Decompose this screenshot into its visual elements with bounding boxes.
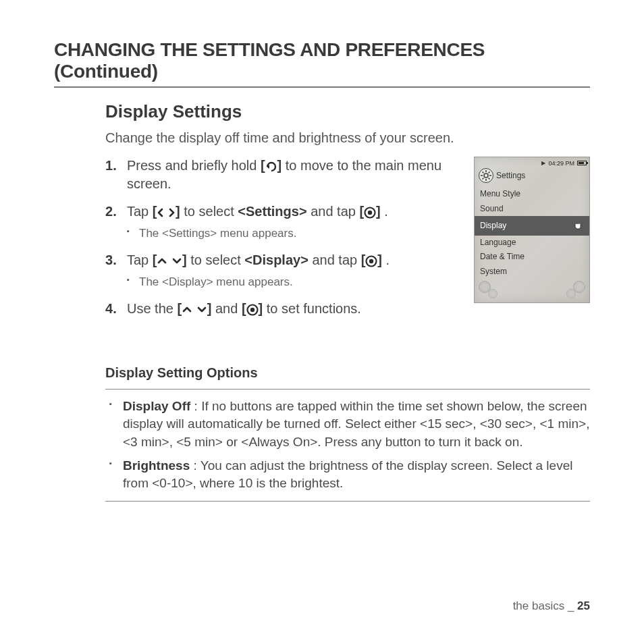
step-1-text-a: Press and briefly hold [127,158,261,173]
option-brightness-label: Brightness [123,458,190,473]
select-icon [246,304,259,316]
device-item-date-time: Date & Time [475,250,589,265]
page-number: 25 [577,599,590,612]
step-3-display: <Display> [244,252,308,267]
step-4-text-c: to set functions. [267,301,361,316]
hand-icon [573,218,584,234]
gear-icon [479,168,493,183]
bracket: ] [376,204,381,219]
device-item-sound: Sound [475,202,589,217]
bracket: [ [359,204,364,219]
select-icon [364,207,376,219]
step-2-text-b: to select [184,204,238,219]
bracket: [ [361,252,366,267]
down-icon [171,257,182,265]
bracket: ] [182,252,187,267]
step-4: Use the [ ] and [] to set functions. [105,300,459,318]
step-3-text-e: . [386,252,390,267]
device-item-display: Display [475,216,589,236]
device-screenshot: ▶ 04:29 PM Settings Menu Style Sound Dis… [474,157,590,303]
steps-column: Press and briefly hold [] to move to the… [105,157,459,327]
option-brightness-text: : You can adjust the brightness of the d… [123,458,572,491]
step-2-text-d: and tap [307,204,360,219]
step-2-text-e: . [384,204,388,219]
device-item-language: Language [475,236,589,250]
step-2-sub: The <Settings> menu appears. [127,226,459,242]
options-title: Display Setting Options [105,365,590,381]
step-3-text-d: and tap [308,252,361,267]
play-indicator-icon: ▶ [541,160,545,166]
bracket: [ [177,301,182,316]
speaker-icon [488,289,498,298]
device-time: 04:29 PM [548,160,574,167]
bracket: [ [242,301,246,316]
option-brightness: Brightness : You can adjust the brightne… [105,457,590,493]
select-icon [365,255,377,267]
back-icon [265,161,277,173]
device-header-title: Settings [496,171,525,180]
option-display-off: Display Off : If no buttons are tapped w… [105,398,590,452]
option-display-off-label: Display Off [123,399,190,413]
down-icon [196,305,207,314]
step-3-text-a: Tap [127,252,153,267]
bracket: [ [153,252,157,267]
step-2-settings: <Settings> [238,204,306,219]
up-icon [157,257,167,265]
step-4-text-b: and [215,301,242,316]
bracket: ] [277,158,282,173]
device-item-display-label: Display [480,221,506,232]
step-3: Tap [ ] to select <Display> and tap [] .… [105,251,459,290]
intro-text: Change the display off time and brightne… [105,130,590,146]
section-title: Display Settings [105,101,590,122]
bracket: ] [259,301,263,316]
bracket: ] [176,204,180,219]
step-3-text-b: to select [190,252,244,267]
option-display-off-text: : If no buttons are tapped within the ti… [123,399,589,449]
speaker-icon [566,289,576,298]
step-2: Tap [ ] to select <Settings> and tap [] … [105,203,459,242]
step-1: Press and briefly hold [] to move to the… [105,157,459,193]
device-item-system: System [475,265,589,279]
bracket: ] [377,252,382,267]
page-footer: the basics _ 25 [513,599,590,613]
step-2-text-a: Tap [127,204,153,219]
chapter-title: CHANGING THE SETTINGS AND PREFERENCES (C… [54,39,590,88]
options-box: Display Off : If no buttons are tapped w… [105,389,590,502]
step-3-sub: The <Display> menu appears. [127,275,459,290]
left-icon [157,207,164,218]
bracket: [ [153,204,157,219]
up-icon [182,305,192,314]
footer-text: the basics _ [513,599,577,612]
step-4-text-a: Use the [127,301,177,316]
device-item-menu-style: Menu Style [475,187,589,202]
bracket: ] [207,301,212,316]
right-icon [168,207,176,218]
bracket: [ [261,158,265,173]
battery-icon [577,161,587,165]
